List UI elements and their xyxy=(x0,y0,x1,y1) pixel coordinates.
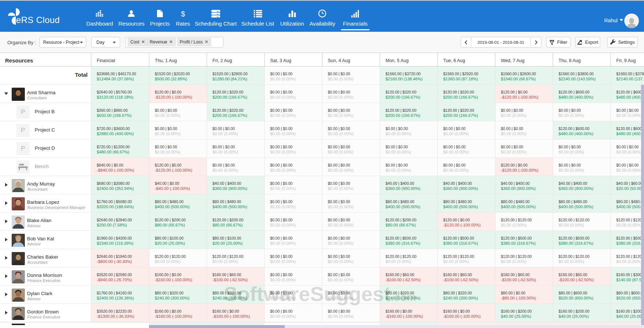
svg-text:eRS Cloud: eRS Cloud xyxy=(16,15,60,25)
svg-text:$: $ xyxy=(181,10,185,18)
